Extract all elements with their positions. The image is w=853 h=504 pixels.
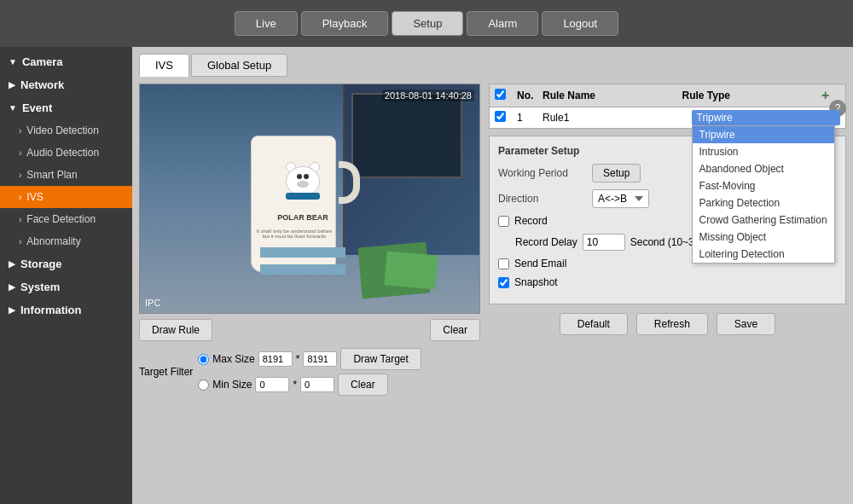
row-no: 1 — [517, 112, 543, 124]
send-email-label: Send Email — [514, 258, 566, 269]
table-row: 1 Rule1 Tripwire Tripwire Intrusion Aban… — [490, 107, 845, 128]
target-filter-row: Target Filter Max Size * Draw Target — [139, 348, 480, 396]
setup-button[interactable]: Setup — [392, 11, 463, 36]
rule-type-container: Tripwire Tripwire Intrusion Abandoned Ob… — [692, 110, 841, 125]
header-rule-name: Rule Name — [543, 90, 682, 101]
record-label: Record — [514, 215, 548, 227]
sidebar-item-face-detection[interactable]: › Face Detection — [0, 208, 132, 230]
system-arrow-icon: ▶ — [9, 282, 15, 292]
direction-label: Direction — [498, 193, 592, 205]
record-delay-input[interactable] — [583, 234, 625, 251]
info-arrow-icon: ▶ — [9, 305, 15, 315]
max-size-radio[interactable] — [198, 354, 209, 365]
ivs-arrow-icon: › — [19, 193, 21, 202]
sp-arrow-icon: › — [19, 171, 21, 180]
multiply-icon: * — [296, 353, 300, 365]
ipc-label: IPC — [145, 298, 160, 308]
tab-ivs[interactable]: IVS — [139, 54, 189, 77]
send-email-checkbox[interactable] — [498, 258, 509, 269]
working-period-setup-button[interactable]: Setup — [592, 164, 641, 182]
live-button[interactable]: Live — [235, 11, 298, 36]
min-size-h-input[interactable] — [300, 377, 334, 392]
draw-rule-button[interactable]: Draw Rule — [139, 319, 212, 341]
max-size-w-input[interactable] — [258, 351, 293, 367]
alarm-button[interactable]: Alarm — [467, 11, 538, 36]
target-filter-label: Target Filter — [139, 366, 193, 378]
fd-arrow-icon: › — [19, 215, 21, 224]
dropdown-option-fast-moving[interactable]: Fast-Moving — [693, 177, 834, 194]
ad-arrow-icon: › — [19, 148, 21, 158]
video-scene: POLAR BEAR It shall only be understood b… — [140, 84, 479, 313]
content-area: ? IVS Global Setup — [132, 47, 853, 504]
min-size-row: Min Size * Clear — [198, 374, 421, 396]
sidebar-item-ivs[interactable]: › IVS — [0, 186, 132, 208]
inner-content: POLAR BEAR It shall only be understood b… — [139, 84, 846, 493]
storage-arrow-icon: ▶ — [9, 259, 15, 269]
header-checkbox[interactable] — [495, 89, 506, 100]
multiply2-icon: * — [293, 379, 297, 391]
tab-global-setup[interactable]: Global Setup — [191, 54, 287, 77]
network-arrow-icon: ▶ — [9, 80, 15, 90]
refresh-button[interactable]: Refresh — [636, 313, 708, 335]
bottom-buttons: Default Refresh Save — [489, 313, 846, 335]
sidebar-item-system[interactable]: ▶ System — [0, 275, 132, 298]
ab-arrow-icon: › — [19, 237, 21, 246]
radio-group: Max Size * Draw Target Min Size * — [198, 348, 421, 396]
logout-button[interactable]: Logout — [542, 11, 618, 36]
dropdown-option-parking[interactable]: Parking Detection — [693, 194, 834, 211]
min-size-label: Min Size — [212, 379, 252, 391]
default-button[interactable]: Default — [560, 313, 628, 335]
camera-arrow-icon: ▼ — [9, 57, 17, 67]
sidebar-item-audio-detection[interactable]: › Audio Detection — [0, 142, 132, 164]
right-panel: No. Rule Name Rule Type + 1 Rule1 Tripwi… — [489, 84, 846, 493]
rule-table-header: No. Rule Name Rule Type + — [490, 84, 845, 107]
direction-select[interactable]: A->B B->A A<->B — [592, 189, 649, 208]
event-arrow-icon: ▼ — [9, 103, 17, 113]
sidebar-item-smart-plan[interactable]: › Smart Plan — [0, 164, 132, 186]
sidebar-item-event[interactable]: ▼ Event — [0, 96, 132, 119]
sidebar-item-storage[interactable]: ▶ Storage — [0, 252, 132, 275]
dropdown-list: Tripwire Intrusion Abandoned Object Fast… — [692, 125, 835, 264]
dropdown-selected[interactable]: Tripwire — [692, 110, 841, 125]
working-period-label: Working Period — [498, 167, 592, 179]
snapshot-checkbox[interactable] — [498, 277, 509, 288]
sidebar-item-information[interactable]: ▶ Information — [0, 298, 132, 322]
sidebar-item-video-detection[interactable]: › Video Detection — [0, 119, 132, 142]
clear-target-button[interactable]: Clear — [338, 374, 388, 396]
main-layout: ▼ Camera ▶ Network ▼ Event › Video Detec… — [0, 47, 853, 504]
record-checkbox[interactable] — [498, 216, 509, 227]
dropdown-option-intrusion[interactable]: Intrusion — [693, 143, 834, 160]
min-size-radio[interactable] — [198, 379, 209, 391]
rule-table: No. Rule Name Rule Type + 1 Rule1 Tripwi… — [489, 84, 846, 129]
dropdown-option-loitering[interactable]: Loitering Detection — [693, 246, 834, 263]
mug-text: POLAR BEAR — [269, 213, 337, 222]
header-no: No. — [517, 90, 543, 101]
max-size-label: Max Size — [212, 353, 254, 365]
sidebar: ▼ Camera ▶ Network ▼ Event › Video Detec… — [0, 47, 132, 504]
max-size-row: Max Size * Draw Target — [198, 348, 421, 370]
dropdown-option-tripwire[interactable]: Tripwire — [693, 126, 834, 143]
sidebar-item-camera[interactable]: ▼ Camera — [0, 50, 132, 73]
dropdown-option-crowd[interactable]: Crowd Gathering Estimation — [693, 211, 834, 229]
sidebar-item-abnormality[interactable]: › Abnormality — [0, 230, 132, 252]
video-area: POLAR BEAR It shall only be understood b… — [139, 84, 480, 314]
mug: POLAR BEAR It shall only be understood b… — [242, 119, 353, 289]
bear-face — [281, 162, 324, 200]
playback-button[interactable]: Playback — [301, 11, 389, 36]
sidebar-item-network[interactable]: ▶ Network — [0, 73, 132, 96]
top-nav: Live Playback Setup Alarm Logout — [0, 0, 853, 47]
min-size-w-input[interactable] — [255, 377, 289, 392]
clear-rule-button[interactable]: Clear — [430, 319, 480, 341]
max-size-h-input[interactable] — [303, 351, 337, 367]
dropdown-option-abandoned[interactable]: Abandoned Object — [693, 160, 834, 177]
save-button[interactable]: Save — [717, 313, 775, 335]
dropdown-option-missing[interactable]: Missing Object — [693, 229, 834, 246]
vd-arrow-icon: › — [19, 126, 21, 136]
record-delay-label: Record Delay — [515, 236, 577, 248]
draw-target-button[interactable]: Draw Target — [340, 348, 421, 370]
rule-type-dropdown[interactable]: Tripwire Tripwire Intrusion Abandoned Ob… — [692, 110, 841, 125]
snapshot-row: Snapshot — [498, 276, 837, 288]
header-rule-type: Rule Type — [682, 90, 822, 101]
row-checkbox[interactable] — [495, 111, 506, 122]
snapshot-label: Snapshot — [514, 276, 558, 288]
